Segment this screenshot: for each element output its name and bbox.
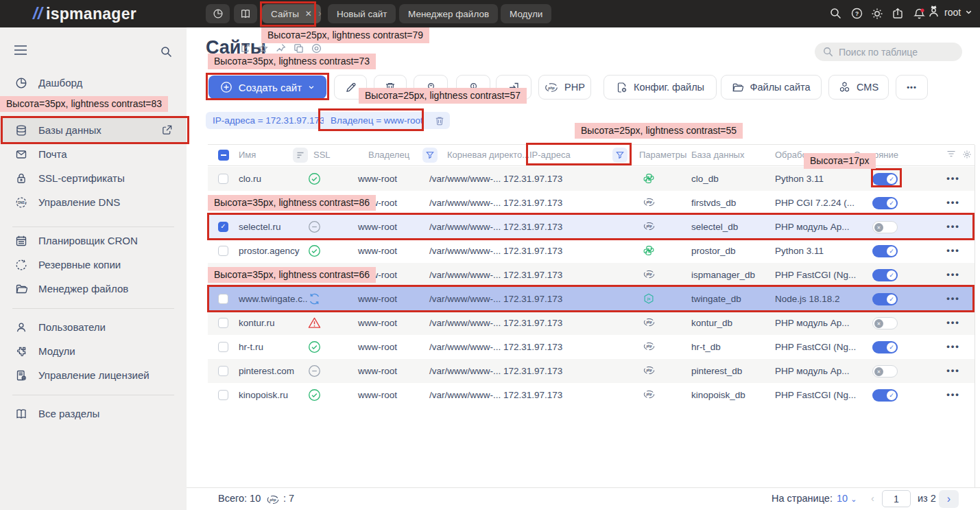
row-checkbox[interactable] (218, 342, 228, 352)
dashboard-tab-button[interactable] (206, 4, 230, 23)
filter-chip-owner[interactable]: Владелец = www-root ✕ (324, 112, 442, 129)
table-row[interactable]: clo.ruwww-root/var/www/www-...172.31.97.… (208, 167, 975, 191)
tab-sites-active[interactable]: Сайты ✕ (262, 4, 321, 23)
row-actions-menu[interactable]: ••• (937, 191, 969, 215)
column-header-owner[interactable]: Владелец (368, 145, 409, 165)
sidebar-item-backups[interactable]: Резервные копии (0, 253, 187, 277)
table-row[interactable]: ✓selectel.ruwww-root/var/www/www-...172.… (208, 215, 975, 239)
tab-new-site[interactable]: Новый сайт (328, 4, 396, 23)
row-actions-menu[interactable]: ••• (937, 263, 969, 287)
star-icon[interactable] (258, 43, 268, 54)
row-actions-menu[interactable]: ••• (937, 311, 969, 335)
external-link-icon[interactable] (161, 124, 173, 136)
copy-icon[interactable] (294, 43, 304, 54)
export-icon[interactable] (892, 8, 904, 20)
sidebar-item-file-manager[interactable]: Менеджер файлов (0, 277, 187, 301)
row-checkbox[interactable] (218, 246, 228, 256)
annotation-label: Высота=35px, lightness contrast=83 (0, 96, 168, 112)
column-header-database[interactable]: База данных (691, 145, 744, 165)
table-row[interactable]: www.twingate.c...www-root/var/www/www-..… (208, 287, 975, 311)
ellipsis-icon: ••• (907, 83, 917, 91)
row-actions-menu[interactable]: ••• (937, 383, 969, 407)
table-filter-icon[interactable] (946, 150, 956, 159)
sidebar-item-cron[interactable]: Планировщик CRON (0, 229, 187, 253)
state-toggle[interactable]: ✓ (872, 269, 898, 281)
notifications-bell-icon[interactable] (913, 8, 926, 21)
tab-modules[interactable]: Модули (501, 4, 551, 23)
table-row[interactable]: prostor.agencywww-root/var/www/www-...17… (208, 239, 975, 263)
row-checkbox[interactable] (218, 174, 228, 184)
sidebar-item-all-sections[interactable]: Все разделы (0, 402, 187, 426)
cms-button[interactable]: CMS (828, 75, 889, 100)
sidebar-item-mail[interactable]: Почта (0, 142, 187, 166)
sidebar-item-databases[interactable]: Базы данных (0, 118, 187, 142)
row-actions-menu[interactable]: ••• (937, 215, 969, 239)
state-toggle[interactable]: ✕ (872, 317, 898, 329)
search-icon[interactable] (830, 8, 841, 19)
table-settings-gear-icon[interactable] (962, 150, 972, 159)
theme-sun-icon[interactable] (871, 8, 883, 20)
tab-file-manager[interactable]: Менеджер файлов (399, 4, 498, 23)
site-files-button[interactable]: Файлы сайта (721, 75, 822, 100)
row-checkbox[interactable] (218, 366, 228, 376)
table-row[interactable]: kinopoisk.ruwww-root/var/www/www-...172.… (208, 383, 975, 407)
column-header-ssl[interactable]: SSL (313, 145, 331, 165)
column-header-params[interactable]: Параметры (639, 145, 686, 165)
sidebar-item-dns[interactable]: DNS Управление DNS (0, 190, 187, 214)
sidebar-item-ssl[interactable]: SSL-сертификаты (0, 166, 187, 190)
row-checkbox[interactable] (218, 294, 228, 304)
config-files-button[interactable]: Конфиг. файлы (603, 75, 717, 100)
row-checkbox[interactable] (218, 390, 228, 400)
state-toggle[interactable]: ✓ (872, 293, 898, 305)
hamburger-menu-icon[interactable] (14, 45, 27, 56)
sidebar-item-label: Менеджер файлов (38, 283, 128, 294)
state-toggle[interactable]: ✕ (872, 221, 898, 233)
sections-tab-button[interactable] (234, 4, 257, 23)
row-actions-menu[interactable]: ••• (937, 335, 969, 359)
row-checkbox[interactable] (218, 318, 228, 328)
next-page-button[interactable]: › (939, 490, 959, 508)
php-button[interactable]: php PHP (538, 75, 591, 100)
sidebar-item-modules[interactable]: Модули (0, 339, 187, 363)
share-icon[interactable] (240, 43, 250, 54)
state-toggle[interactable]: ✓ (872, 173, 898, 185)
prev-page-button[interactable]: ‹ (871, 493, 874, 504)
close-tab-icon[interactable]: ✕ (305, 9, 312, 19)
state-toggle[interactable]: ✓ (872, 245, 898, 257)
filter-funnel-icon[interactable] (422, 148, 438, 163)
table-row[interactable]: kontur.ruwww-root/var/www/www-...172.31.… (208, 311, 975, 335)
column-header-root-dir[interactable]: Корневая директо... (447, 145, 529, 165)
state-toggle[interactable]: ✓ (872, 197, 898, 209)
column-header-ip[interactable]: IP-адреса (529, 145, 571, 165)
state-toggle[interactable]: ✓ (872, 341, 898, 353)
pin-icon[interactable] (276, 43, 286, 54)
ispmanager-logo[interactable]: //ispmanager (33, 4, 136, 23)
sort-icon[interactable] (293, 148, 308, 163)
clear-filters-button[interactable] (429, 112, 450, 129)
select-all-checkbox[interactable] (218, 150, 229, 161)
per-page-select[interactable]: 10 ⌄ (837, 493, 857, 504)
table-row[interactable]: hr-t.ruwww-root/var/www/www-...172.31.97… (208, 335, 975, 359)
sidebar-item-dashboard[interactable]: Дашборд (0, 71, 187, 95)
sidebar-item-license[interactable]: Управление лицензией (0, 363, 187, 387)
row-actions-menu[interactable]: ••• (937, 167, 969, 191)
state-toggle[interactable]: ✕ (872, 365, 898, 378)
column-header-name[interactable]: Имя (239, 145, 256, 165)
filter-funnel-icon[interactable] (612, 148, 628, 163)
sidebar-item-users[interactable]: Пользователи (0, 315, 187, 339)
info-icon[interactable] (311, 43, 322, 54)
create-site-button[interactable]: Создать сайт (208, 76, 326, 99)
table-row[interactable]: pinterest.comwww-root/var/www/www-...172… (208, 359, 975, 383)
more-actions-button[interactable]: ••• (896, 75, 928, 100)
owner: www-root (358, 239, 397, 263)
help-icon[interactable]: ? (851, 8, 863, 19)
row-actions-menu[interactable]: ••• (937, 239, 969, 263)
row-checkbox[interactable]: ✓ (218, 222, 228, 232)
page-number-input[interactable] (882, 490, 911, 507)
sidebar-search-icon[interactable] (160, 46, 172, 58)
table-search-input[interactable]: Поиск по таблице (815, 43, 962, 61)
row-actions-menu[interactable]: ••• (937, 359, 969, 383)
state-toggle[interactable]: ✓ (872, 389, 898, 402)
user-menu[interactable]: root (927, 5, 972, 19)
row-actions-menu[interactable]: ••• (937, 287, 969, 311)
